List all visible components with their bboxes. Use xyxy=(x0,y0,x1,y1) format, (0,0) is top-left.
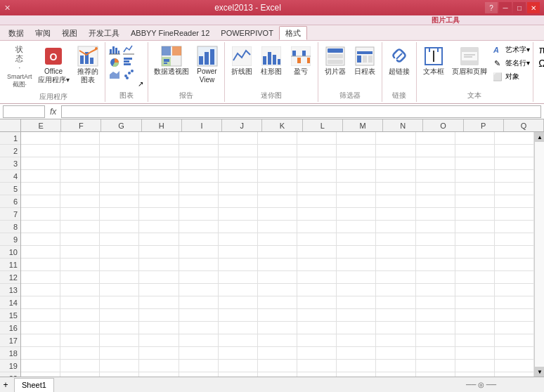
cell-16-12[interactable] xyxy=(495,322,534,334)
charts-expand-button[interactable]: ↗ xyxy=(136,79,145,89)
cell-6-11[interactable] xyxy=(455,195,495,208)
col-header-H[interactable]: H xyxy=(142,119,182,131)
cell-4-8[interactable] xyxy=(337,170,376,183)
col-header-O[interactable]: O xyxy=(423,119,463,131)
tab-format[interactable]: 格式 xyxy=(279,26,307,40)
cell-8-1[interactable] xyxy=(60,221,100,233)
cell-8-8[interactable] xyxy=(337,221,376,233)
cell-7-0[interactable] xyxy=(21,208,60,221)
scatter-chart-button[interactable] xyxy=(122,69,135,80)
cell-8-7[interactable] xyxy=(297,221,337,233)
cell-7-5[interactable] xyxy=(219,208,258,221)
cell-15-1[interactable] xyxy=(60,309,100,322)
office-apps-button[interactable]: O Office应用程序▾ xyxy=(35,44,72,86)
col-header-E[interactable]: E xyxy=(21,119,61,131)
cell-17-1[interactable] xyxy=(60,334,100,347)
cell-4-0[interactable] xyxy=(21,170,60,183)
cell-17-11[interactable] xyxy=(455,334,495,347)
cell-15-4[interactable] xyxy=(179,309,219,322)
cell-6-10[interactable] xyxy=(416,195,455,208)
cell-15-2[interactable] xyxy=(100,309,139,322)
cell-9-10[interactable] xyxy=(416,233,455,246)
cell-20-11[interactable] xyxy=(455,372,495,377)
cell-19-10[interactable] xyxy=(416,360,455,372)
cell-13-12[interactable] xyxy=(495,284,534,296)
cell-1-5[interactable] xyxy=(219,132,258,145)
cell-15-12[interactable] xyxy=(495,309,534,322)
cell-5-3[interactable] xyxy=(139,183,179,195)
cell-6-5[interactable] xyxy=(219,195,258,208)
cell-16-9[interactable] xyxy=(376,322,415,334)
cell-1-10[interactable] xyxy=(416,132,455,145)
cell-6-4[interactable] xyxy=(179,195,219,208)
horiz-bar-button[interactable] xyxy=(122,56,135,67)
cell-1-12[interactable] xyxy=(495,132,534,145)
cell-4-7[interactable] xyxy=(297,170,337,183)
cell-17-7[interactable] xyxy=(297,334,337,347)
cell-8-12[interactable] xyxy=(495,221,534,233)
cell-5-5[interactable] xyxy=(219,183,258,195)
cell-9-1[interactable] xyxy=(60,233,100,246)
cell-13-0[interactable] xyxy=(21,284,60,296)
cell-16-1[interactable] xyxy=(60,322,100,334)
cell-2-11[interactable] xyxy=(455,145,495,157)
cell-12-2[interactable] xyxy=(100,271,139,284)
cell-7-9[interactable] xyxy=(376,208,415,221)
cell-13-1[interactable] xyxy=(60,284,100,296)
cell-13-10[interactable] xyxy=(416,284,455,296)
slicer-button[interactable]: 切片器 xyxy=(321,44,349,77)
cell-9-9[interactable] xyxy=(376,233,415,246)
cell-12-11[interactable] xyxy=(455,271,495,284)
close-button[interactable]: ✕ xyxy=(527,2,540,13)
line-sparkline-button[interactable]: 折线图 xyxy=(228,44,256,77)
tab-dev[interactable]: 开发工具 xyxy=(83,26,125,40)
cell-3-9[interactable] xyxy=(376,157,415,170)
cell-16-7[interactable] xyxy=(297,322,337,334)
cell-18-4[interactable] xyxy=(179,347,219,360)
cell-8-4[interactable] xyxy=(179,221,219,233)
cell-14-1[interactable] xyxy=(60,296,100,309)
pie-chart-button[interactable] xyxy=(108,56,121,67)
cell-16-8[interactable] xyxy=(337,322,376,334)
cell-2-5[interactable] xyxy=(219,145,258,157)
cell-16-5[interactable] xyxy=(219,322,258,334)
cell-15-8[interactable] xyxy=(337,309,376,322)
cell-14-6[interactable] xyxy=(258,296,297,309)
cell-12-10[interactable] xyxy=(416,271,455,284)
cell-20-4[interactable] xyxy=(179,372,219,377)
cell-5-8[interactable] xyxy=(337,183,376,195)
cell-2-9[interactable] xyxy=(376,145,415,157)
cell-4-2[interactable] xyxy=(100,170,139,183)
cell-19-11[interactable] xyxy=(455,360,495,372)
cell-10-7[interactable] xyxy=(297,246,337,259)
cell-7-4[interactable] xyxy=(179,208,219,221)
col-header-F[interactable]: F xyxy=(61,119,101,131)
cell-20-0[interactable] xyxy=(21,372,60,377)
cell-20-1[interactable] xyxy=(60,372,100,377)
cell-11-8[interactable] xyxy=(337,259,376,271)
cell-14-12[interactable] xyxy=(495,296,534,309)
cell-7-1[interactable] xyxy=(60,208,100,221)
area-chart-button[interactable] xyxy=(108,69,121,80)
cell-8-0[interactable] xyxy=(21,221,60,233)
cell-3-8[interactable] xyxy=(337,157,376,170)
cell-17-4[interactable] xyxy=(179,334,219,347)
cell-10-8[interactable] xyxy=(337,246,376,259)
cell-20-2[interactable] xyxy=(100,372,139,377)
cell-12-6[interactable] xyxy=(258,271,297,284)
bar-chart-button[interactable] xyxy=(108,44,121,55)
cell-12-12[interactable] xyxy=(495,271,534,284)
cell-1-7[interactable] xyxy=(297,132,337,145)
cell-2-6[interactable] xyxy=(258,145,297,157)
timeline-button[interactable]: 日程表 xyxy=(351,44,379,77)
cell-7-10[interactable] xyxy=(416,208,455,221)
cell-5-7[interactable] xyxy=(297,183,337,195)
cell-4-4[interactable] xyxy=(179,170,219,183)
cell-6-9[interactable] xyxy=(376,195,415,208)
cell-3-11[interactable] xyxy=(455,157,495,170)
cell-11-3[interactable] xyxy=(139,259,179,271)
tab-review[interactable]: 审阅 xyxy=(30,26,56,40)
cell-11-1[interactable] xyxy=(60,259,100,271)
cell-15-3[interactable] xyxy=(139,309,179,322)
cell-1-6[interactable] xyxy=(258,132,297,145)
